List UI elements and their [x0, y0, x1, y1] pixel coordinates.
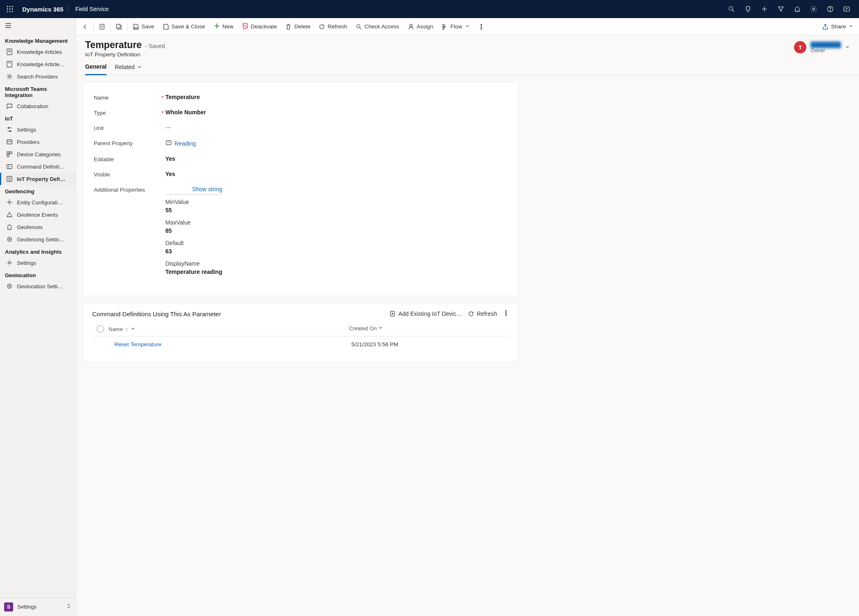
owner-name: ████████ — [810, 42, 841, 48]
bell-icon[interactable] — [789, 1, 806, 17]
nav-label: Command Definiti… — [17, 164, 65, 170]
target-icon — [6, 236, 13, 243]
sidebar-item-geofencing-settings[interactable]: Geofencing Settin… — [0, 233, 76, 245]
field-editable[interactable]: Editable Yes — [94, 151, 508, 167]
sidebar-item-iot-settings[interactable]: Settings — [0, 123, 76, 136]
nav-label: Settings — [17, 260, 36, 266]
sidebar: Knowledge Management Knowledge Articles … — [0, 18, 76, 616]
help-icon[interactable] — [822, 1, 838, 17]
addtl-maxvalue[interactable]: MaxValue 85 — [165, 219, 222, 234]
field-label: Visible — [94, 171, 160, 178]
share-button[interactable]: Share — [818, 21, 857, 32]
svg-point-65 — [506, 310, 506, 311]
svg-rect-48 — [116, 24, 120, 28]
deactivate-button[interactable]: Deactivate — [238, 20, 281, 33]
area-switcher[interactable]: S Settings — [0, 597, 76, 616]
sidebar-item-command-definitions[interactable]: Command Definiti… — [0, 160, 76, 173]
gear-icon[interactable] — [806, 1, 822, 17]
field-label: Editable — [94, 155, 160, 162]
article-icon — [6, 49, 13, 55]
filter-icon[interactable] — [773, 1, 789, 17]
top-nav: Dynamics 365 Field Service — [0, 0, 859, 18]
refresh-button[interactable]: Refresh — [314, 21, 351, 32]
table-row[interactable]: Reset Temperature 5/21/2023 5:56 PM — [92, 336, 509, 352]
sidebar-item-geofence-events[interactable]: Geofence Events — [0, 208, 76, 221]
save-button[interactable]: Save — [128, 21, 158, 32]
field-parent-property[interactable]: Parent Property Reading — [94, 135, 508, 151]
subgrid-refresh-button[interactable]: Refresh — [468, 310, 497, 317]
sidebar-toggle-icon[interactable] — [0, 18, 76, 35]
sidebar-item-collaboration[interactable]: Collaboration — [0, 100, 76, 112]
sidebar-item-entity-configuration[interactable]: Entity Configurati… — [0, 196, 76, 208]
kv-value: 85 — [165, 227, 222, 234]
sidebar-item-geolocation-settings[interactable]: Geolocation Setti… — [0, 280, 76, 292]
form-scroll[interactable]: Name * Temperature Type * Whole Number U… — [76, 75, 859, 616]
sidebar-item-knowledge-article-templates[interactable]: Knowledge Article… — [0, 58, 76, 70]
show-string-link[interactable]: Show string — [192, 186, 222, 192]
row-name-link[interactable]: Reset Temperature — [109, 341, 351, 347]
kv-label: MaxValue — [165, 219, 222, 226]
assign-button[interactable]: Assign — [404, 21, 438, 32]
svg-rect-32 — [7, 152, 9, 154]
owner-block[interactable]: T ████████ Owner — [794, 39, 850, 53]
add-existing-button[interactable]: Add Existing IoT Devic… — [389, 310, 462, 317]
delete-button[interactable]: Delete — [281, 21, 314, 32]
module-label[interactable]: Field Service — [68, 6, 116, 12]
select-all[interactable] — [92, 325, 109, 333]
svg-line-53 — [244, 25, 246, 27]
app-launcher-icon[interactable] — [4, 3, 16, 15]
sidebar-group-knowledge: Knowledge Management — [0, 35, 76, 46]
sidebar-item-knowledge-articles[interactable]: Knowledge Articles — [0, 46, 76, 58]
sidebar-item-providers[interactable]: Providers — [0, 136, 76, 148]
open-palette-button[interactable] — [111, 21, 126, 32]
subgrid: Name↑ Created On Reset Temperature 5/21/… — [92, 322, 509, 352]
chat-icon — [6, 103, 13, 109]
check-access-button[interactable]: Check Access — [351, 21, 404, 32]
svg-rect-35 — [7, 164, 12, 169]
owner-role: Owner — [810, 48, 841, 53]
column-header-name[interactable]: Name↑ — [109, 325, 349, 333]
tab-related[interactable]: Related — [115, 60, 142, 75]
tab-general[interactable]: General — [85, 60, 107, 75]
add-icon[interactable] — [756, 1, 773, 17]
column-header-created[interactable]: Created On — [349, 325, 509, 333]
subgrid-overflow-button[interactable] — [503, 310, 509, 318]
sidebar-item-search-providers[interactable]: Search Providers — [0, 70, 76, 83]
svg-rect-36 — [7, 176, 12, 181]
field-type[interactable]: Type * Whole Number — [94, 105, 508, 120]
overflow-button[interactable] — [474, 21, 489, 32]
act-label: Refresh — [477, 310, 497, 317]
sidebar-item-geofences[interactable]: Geofences — [0, 221, 76, 233]
addtl-minvalue[interactable]: MinValue 55 — [165, 199, 222, 213]
sliders-icon — [6, 126, 13, 133]
addtl-default[interactable]: Default 63 — [165, 240, 222, 255]
field-value: Yes — [165, 171, 175, 177]
addtl-displayname[interactable]: DisplayName Temperature reading — [165, 260, 222, 275]
field-visible[interactable]: Visible Yes — [94, 167, 508, 182]
notes-button[interactable] — [95, 21, 109, 32]
brand-label[interactable]: Dynamics 365 — [18, 6, 68, 13]
svg-point-59 — [481, 28, 481, 29]
lookup-value[interactable]: Reading — [165, 139, 196, 147]
cmd-label: Assign — [417, 23, 434, 30]
search-icon[interactable] — [723, 1, 740, 17]
field-label: Parent Property — [94, 139, 160, 146]
article-icon — [6, 61, 13, 67]
sidebar-item-iot-property-definitions[interactable]: IoT Property Defi… — [0, 173, 76, 185]
nav-label: Geofence Events — [17, 212, 58, 218]
assistant-icon[interactable] — [838, 1, 855, 17]
sidebar-item-analytics-settings[interactable]: Settings — [0, 257, 76, 269]
device-icon — [6, 151, 13, 157]
field-unit[interactable]: Unit --- — [94, 120, 508, 135]
sidebar-group-geolocation: Geolocation — [0, 269, 76, 280]
cmd-label: Refresh — [327, 23, 347, 30]
lightbulb-icon[interactable] — [740, 1, 756, 17]
field-name[interactable]: Name * Temperature — [94, 90, 508, 105]
back-button[interactable] — [78, 21, 93, 32]
flow-button[interactable]: Flow — [437, 21, 474, 32]
provider-icon — [6, 139, 13, 145]
required-icon: * — [160, 109, 165, 116]
new-button[interactable]: New — [209, 20, 238, 33]
sidebar-item-device-categories[interactable]: Device Categories — [0, 148, 76, 160]
save-close-button[interactable]: Save & Close — [158, 21, 209, 32]
